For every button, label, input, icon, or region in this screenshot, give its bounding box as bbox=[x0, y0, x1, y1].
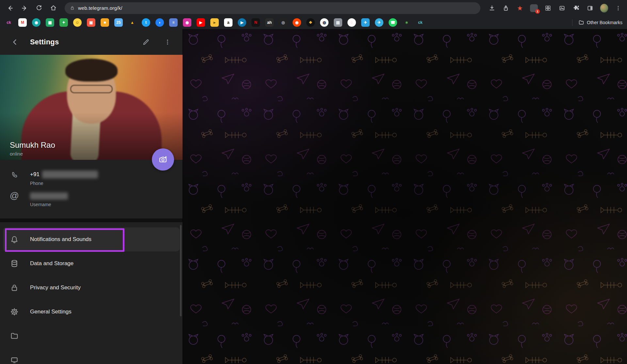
reload-icon[interactable] bbox=[33, 3, 44, 14]
bookmark-icon-dark-dots[interactable]: ❖ bbox=[306, 18, 315, 27]
phone-number-redacted bbox=[42, 171, 98, 178]
menu-item-privacy[interactable]: Privacy and Security bbox=[3, 276, 180, 300]
extensions-puzzle-icon[interactable] bbox=[572, 4, 580, 12]
bookmark-icon-messenger[interactable]: ◗ bbox=[155, 18, 164, 27]
bookmark-icon-chat-app[interactable]: ✦ bbox=[59, 18, 68, 27]
bookmarks-bar: ckM◉▦✦☺▣■25▲t◗≡◉▶▸a▶Nah◎◉❖◍▤◌✈✈☎∗ck Othe… bbox=[0, 16, 627, 29]
bookmark-icon-youtube[interactable]: ▶ bbox=[197, 18, 205, 27]
phone-row[interactable]: +91 Phone bbox=[0, 168, 183, 189]
bookmark-icon-prime-video[interactable]: ▶ bbox=[238, 18, 246, 27]
bookmark-icon-gmail[interactable]: M bbox=[18, 18, 27, 27]
phone-value: +91 bbox=[30, 171, 40, 178]
back-icon[interactable] bbox=[5, 3, 16, 14]
menu-label: Data and Storage bbox=[30, 260, 73, 267]
bookmark-icon-amber-app[interactable]: ■ bbox=[101, 18, 109, 27]
gear-icon bbox=[10, 308, 19, 316]
other-bookmarks-label: Other Bookmarks bbox=[587, 20, 622, 25]
more-options-icon[interactable] bbox=[161, 36, 174, 49]
bookmark-icon-drive[interactable]: ▲ bbox=[128, 18, 137, 27]
share-icon[interactable] bbox=[502, 4, 510, 12]
extension-badge: 1 bbox=[535, 9, 540, 14]
lock-icon bbox=[10, 283, 19, 292]
bookmark-icon-twitter[interactable]: t bbox=[142, 18, 150, 27]
side-panel-icon[interactable] bbox=[586, 4, 594, 12]
section-divider bbox=[0, 219, 183, 222]
at-icon: @ bbox=[10, 192, 19, 200]
grid-extension-icon[interactable] bbox=[544, 4, 552, 12]
bookmark-icon-camera-app[interactable]: ◎ bbox=[279, 18, 287, 27]
bookmark-icon-plant[interactable]: ∗ bbox=[402, 18, 411, 27]
username-row[interactable]: @ Username bbox=[0, 189, 183, 210]
bookmark-icon-aha[interactable]: ah bbox=[265, 18, 274, 27]
settings-back-icon[interactable] bbox=[8, 36, 22, 49]
other-bookmarks-button[interactable]: Other Bookmarks bbox=[572, 19, 622, 26]
menu-item-notifications[interactable]: Notifications and Sounds bbox=[3, 227, 180, 251]
menu-item-partial[interactable] bbox=[3, 348, 180, 364]
profile-photo[interactable]: Sumukh Rao online bbox=[0, 55, 183, 160]
settings-panel: Settings Sumukh Rao online bbox=[0, 29, 183, 364]
toolbar-actions: ★ 1 bbox=[486, 4, 622, 12]
bookmark-icon-docs[interactable]: ≡ bbox=[169, 18, 178, 27]
screen: web.telegram.org/k/ ★ 1 bbox=[0, 0, 627, 364]
bookmark-icon-clickup-2[interactable]: ck bbox=[416, 18, 425, 27]
menu-label: Notifications and Sounds bbox=[30, 236, 91, 243]
bookmark-icon-red-app[interactable]: ▣ bbox=[87, 18, 95, 27]
address-bar[interactable]: web.telegram.org/k/ bbox=[65, 2, 480, 14]
monitor-icon bbox=[10, 356, 19, 364]
phone-icon bbox=[10, 171, 19, 179]
bookmark-icon-emoji-app[interactable]: ☺ bbox=[73, 18, 82, 27]
telegram-app: Settings Sumukh Rao online bbox=[0, 29, 627, 364]
menu-label: General Settings bbox=[30, 309, 72, 315]
bookmarks-list: ckM◉▦✦☺▣■25▲t◗≡◉▶▸a▶Nah◎◉❖◍▤◌✈✈☎∗ck bbox=[5, 18, 425, 27]
username-caption: Username bbox=[30, 202, 68, 207]
edit-profile-icon[interactable] bbox=[139, 36, 153, 49]
bookmark-icon-calendar[interactable]: 25 bbox=[114, 18, 123, 27]
bookmark-icon-paper-plane-app[interactable]: ✈ bbox=[361, 18, 370, 27]
menu-label: Privacy and Security bbox=[30, 284, 81, 291]
home-icon[interactable] bbox=[48, 3, 59, 14]
database-icon bbox=[10, 259, 19, 268]
image-extension-icon[interactable] bbox=[558, 4, 566, 12]
profile-status: online bbox=[10, 151, 55, 157]
browser-profile-avatar[interactable] bbox=[600, 4, 608, 12]
bookmark-icon-amazon[interactable]: a bbox=[224, 18, 233, 27]
bookmark-icon-layers[interactable]: ▤ bbox=[334, 18, 342, 27]
change-photo-button[interactable] bbox=[152, 148, 174, 171]
forward-icon[interactable] bbox=[19, 3, 30, 14]
browser-toolbar: web.telegram.org/k/ ★ 1 bbox=[0, 0, 627, 16]
username-redacted bbox=[30, 192, 68, 200]
bookmark-icon-sheets[interactable]: ▦ bbox=[46, 18, 54, 27]
bookmark-icon-shortcut-folder[interactable]: ▸ bbox=[210, 18, 219, 27]
browser-menu-icon[interactable] bbox=[614, 4, 622, 12]
menu-item-chat-folders[interactable] bbox=[3, 324, 180, 348]
bookmark-icon-rings[interactable]: ◌ bbox=[347, 18, 356, 27]
profile-caption: Sumukh Rao online bbox=[10, 141, 55, 157]
phone-caption: Phone bbox=[30, 181, 98, 186]
page-title: Settings bbox=[30, 38, 59, 46]
extension-with-badge-icon[interactable]: 1 bbox=[530, 4, 538, 12]
sidebar-scrollbar[interactable] bbox=[180, 225, 182, 316]
settings-header: Settings bbox=[0, 29, 183, 55]
folder-icon bbox=[578, 20, 584, 25]
bookmarks-divider bbox=[572, 19, 572, 26]
site-lock-icon[interactable] bbox=[70, 6, 75, 10]
settings-menu: Notifications and Sounds Data and Storag… bbox=[0, 222, 183, 364]
bookmark-icon-ball[interactable]: ◍ bbox=[320, 18, 329, 27]
bookmark-icon-reddit[interactable]: ◉ bbox=[293, 18, 301, 27]
menu-item-data-storage[interactable]: Data and Storage bbox=[3, 251, 180, 276]
bookmark-icon-telegram[interactable]: ✈ bbox=[375, 18, 383, 27]
url-text: web.telegram.org/k/ bbox=[78, 5, 122, 11]
folder-icon bbox=[10, 332, 19, 340]
bookmark-star-icon[interactable]: ★ bbox=[516, 4, 524, 12]
bookmark-icon-instagram[interactable]: ◉ bbox=[183, 18, 191, 27]
menu-item-general-settings[interactable]: General Settings bbox=[3, 300, 180, 324]
chat-background bbox=[183, 29, 627, 364]
doodle-pattern bbox=[183, 29, 627, 364]
download-icon[interactable] bbox=[488, 4, 496, 12]
bookmark-icon-clickup[interactable]: ck bbox=[5, 18, 13, 27]
bookmark-icon-whatsapp[interactable]: ☎ bbox=[389, 18, 397, 27]
profile-name: Sumukh Rao bbox=[10, 141, 55, 150]
bookmark-icon-teal-app[interactable]: ◉ bbox=[32, 18, 40, 27]
bookmark-icon-netflix[interactable]: N bbox=[251, 18, 260, 27]
bell-icon bbox=[10, 235, 19, 244]
